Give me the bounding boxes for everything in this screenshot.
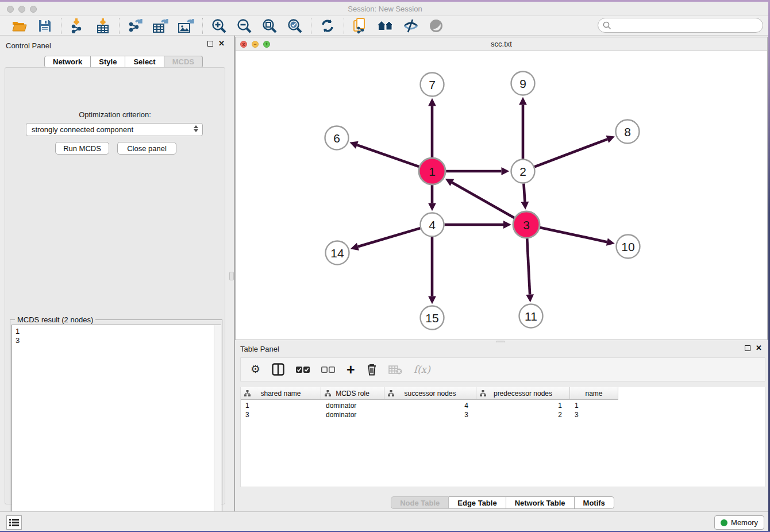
cell[interactable]: 1 [476, 401, 570, 410]
status-bar: Memory [0, 511, 770, 532]
tab-mcds[interactable]: MCDS [164, 56, 203, 68]
svg-text:14: 14 [330, 246, 344, 260]
deselect-all-icon[interactable] [321, 362, 335, 377]
desktop-edge [0, 0, 770, 2]
node-3[interactable]: 3 [513, 211, 540, 238]
table-row[interactable]: 1dominator411 [241, 401, 765, 410]
column-header-MCDS-role[interactable]: MCDS role [321, 387, 384, 400]
optimization-criterion-label: Optimization criterion: [5, 110, 225, 119]
export-table-icon[interactable] [152, 18, 170, 34]
node-15[interactable]: 15 [421, 306, 444, 330]
tab-select[interactable]: Select [125, 56, 164, 68]
task-history-button[interactable] [6, 515, 22, 530]
node-7[interactable]: 7 [421, 73, 444, 97]
save-session-icon[interactable] [36, 18, 53, 34]
svg-text:2: 2 [519, 165, 526, 178]
cell[interactable]: 1 [241, 401, 321, 410]
zoom-fit-icon[interactable] [261, 18, 278, 34]
main-toolbar [0, 16, 770, 36]
import-table-icon[interactable] [94, 18, 111, 34]
column-selector-icon[interactable] [272, 362, 284, 377]
node-8[interactable]: 8 [616, 120, 640, 144]
criterion-select[interactable]: strongly connected component [26, 123, 203, 136]
refresh-icon[interactable] [319, 18, 336, 34]
memory-button[interactable]: Memory [714, 515, 764, 530]
cell[interactable]: dominator [321, 410, 384, 419]
node-4[interactable]: 4 [421, 213, 444, 237]
eye-icon[interactable] [428, 18, 445, 34]
node-6[interactable]: 6 [325, 126, 349, 150]
edge-4-14[interactable] [358, 228, 420, 246]
cell[interactable]: dominator [321, 401, 384, 410]
mcds-result-groupbox: MCDS result (2 nodes) 1 3 [10, 319, 222, 532]
delete-icon[interactable] [367, 362, 377, 377]
gear-icon[interactable]: ⚙ [251, 362, 260, 377]
edge-2-3[interactable] [523, 183, 525, 202]
node-14[interactable]: 14 [326, 241, 349, 265]
column-header-predecessor-nodes[interactable]: predecessor nodes [476, 387, 570, 400]
cell[interactable]: 4 [384, 401, 476, 410]
node-10[interactable]: 10 [617, 235, 640, 259]
cell[interactable]: 1 [570, 401, 618, 410]
function-builder-icon: f(x) [414, 362, 430, 377]
table-row[interactable]: 3dominator323 [241, 410, 765, 419]
search-input[interactable] [598, 18, 763, 33]
edge-3-10[interactable] [540, 228, 607, 242]
edge-3-1[interactable] [452, 183, 514, 218]
network-canvas[interactable]: 7968124314101511 [236, 51, 767, 340]
edge-1-6[interactable] [357, 145, 419, 167]
clone-network-icon[interactable] [352, 18, 369, 34]
edge-2-8[interactable] [534, 139, 607, 167]
delete-table-icon [388, 362, 402, 377]
tab-motifs[interactable]: Motifs [575, 496, 614, 509]
column-header-shared-name[interactable]: shared name [241, 387, 321, 400]
run-mcds-button[interactable]: Run MCDS [55, 142, 109, 155]
close-panel-icon[interactable]: ✕ [756, 345, 762, 351]
export-network-icon[interactable] [127, 18, 144, 34]
eye-slash-icon[interactable] [402, 18, 419, 34]
control-panel-tabs: NetworkStyleSelectMCDS [44, 56, 203, 68]
cell[interactable]: 3 [570, 410, 618, 419]
node-1[interactable]: 1 [419, 158, 445, 184]
node-11[interactable]: 11 [519, 304, 543, 328]
close-panel-icon[interactable]: ✕ [218, 41, 225, 47]
mcds-result-text[interactable]: 1 3 [11, 325, 221, 531]
add-icon[interactable]: + [346, 362, 355, 377]
mcds-result-title: MCDS result (2 nodes) [15, 315, 95, 324]
tab-style[interactable]: Style [91, 56, 125, 68]
network-view-title: scc.txt [236, 40, 767, 48]
network-window-titlebar: x − + scc.txt [236, 37, 767, 51]
tab-network[interactable]: Network [44, 56, 91, 68]
zoom-in-icon[interactable] [210, 18, 228, 34]
tab-network-table[interactable]: Network Table [506, 496, 575, 509]
cell[interactable]: 3 [241, 410, 321, 419]
splitter-handle[interactable] [229, 272, 234, 280]
select-all-icon[interactable] [296, 362, 310, 377]
svg-text:4: 4 [429, 218, 436, 232]
tab-edge-table[interactable]: Edge Table [449, 496, 506, 509]
tab-node-table[interactable]: Node Table [391, 496, 449, 509]
close-panel-button[interactable]: Close panel [117, 142, 176, 155]
home-icon[interactable] [377, 18, 394, 34]
result-scrollbar[interactable] [214, 325, 221, 531]
cell[interactable]: 2 [476, 410, 570, 419]
node-9[interactable]: 9 [511, 72, 535, 95]
float-panel-icon[interactable] [207, 41, 213, 47]
svg-text:3: 3 [523, 218, 530, 232]
criterion-value: strongly connected component [32, 125, 133, 134]
edge-3-11[interactable] [527, 238, 530, 295]
node-2[interactable]: 2 [511, 160, 535, 183]
column-header-name[interactable]: name [570, 387, 618, 400]
svg-text:6: 6 [333, 132, 340, 145]
table-panel-title: Table Panel [240, 345, 279, 353]
zoom-selected-icon[interactable] [286, 18, 303, 34]
cell[interactable]: 3 [384, 410, 476, 419]
export-image-icon[interactable] [178, 18, 195, 34]
open-session-icon[interactable] [11, 18, 28, 34]
column-header-successor-nodes[interactable]: successor nodes [384, 387, 476, 400]
zoom-out-icon[interactable] [236, 18, 253, 34]
memory-status-icon [721, 519, 727, 526]
svg-text:8: 8 [624, 125, 631, 138]
float-panel-icon[interactable] [745, 345, 750, 351]
import-network-icon[interactable] [69, 18, 86, 34]
